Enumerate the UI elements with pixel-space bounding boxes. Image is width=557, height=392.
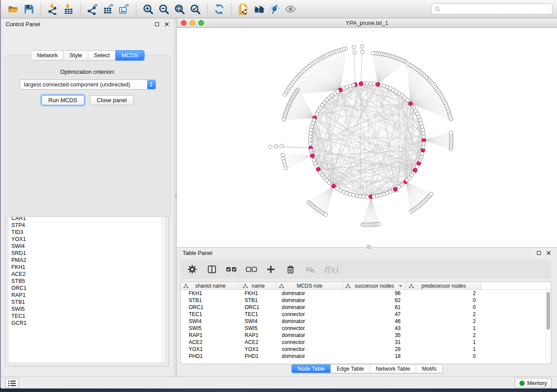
clear-all-checks-button[interactable] <box>245 263 257 275</box>
cell: 35 <box>343 332 406 338</box>
toggle-columns-button[interactable] <box>206 263 218 275</box>
memory-button[interactable]: Memory <box>515 378 552 388</box>
export-image-button[interactable] <box>116 2 132 16</box>
table-row[interactable]: RAP1RAP1dominator352 <box>181 332 551 339</box>
optimization-criterion-dropdown[interactable]: largest connected component (undirected) <box>20 79 156 89</box>
table-row[interactable]: TEC1TEC1connector472 <box>181 311 551 318</box>
tab-motifs[interactable]: Motifs <box>416 364 442 373</box>
float-panel-icon[interactable] <box>155 22 159 26</box>
zoom-fit-button[interactable] <box>172 2 187 16</box>
cell: YOX1 <box>181 346 240 352</box>
tab-node-table[interactable]: Node Table <box>292 364 331 373</box>
mcds-list-scrollbar[interactable] <box>162 206 166 363</box>
maximize-window-icon[interactable] <box>198 20 204 26</box>
table-scrollbar-thumb[interactable] <box>547 292 550 330</box>
table-settings-button[interactable] <box>186 263 198 275</box>
close-table-panel-icon[interactable]: ✕ <box>546 250 551 256</box>
table-row[interactable]: SWI4SWI4dominator462 <box>181 318 551 325</box>
table-row[interactable]: ORC1ORC1dominator610 <box>181 304 551 311</box>
tab-mcds[interactable]: MCDS <box>115 50 144 61</box>
table-panel: Table Panel ✕ f(x) shared namenameMCDS r… <box>177 247 557 376</box>
mcds-hub-node <box>413 168 417 172</box>
mcds-result-item[interactable]: STB5 <box>11 278 166 285</box>
table-row[interactable]: SWI5SWI5connector431 <box>181 325 551 332</box>
splitter-handle[interactable] <box>175 195 176 199</box>
table-row[interactable]: STB1STB1dominator620 <box>181 297 551 304</box>
column-header-shared-name[interactable]: shared name <box>181 282 240 289</box>
cell: SWI4 <box>181 318 240 324</box>
table-row[interactable]: FKH1FKH1dominator962 <box>181 290 551 297</box>
add-row-button[interactable] <box>265 263 277 275</box>
first-neighbors-button[interactable] <box>251 2 267 16</box>
mcds-result-item[interactable]: ORC1 <box>11 285 166 292</box>
cell: ACE2 <box>181 339 240 345</box>
mcds-result-item[interactable]: SWI5 <box>11 306 166 313</box>
column-header-name[interactable]: name <box>240 282 277 289</box>
export-table-button[interactable] <box>100 2 116 16</box>
network-from-selection-button[interactable] <box>235 2 251 16</box>
close-panel-icon[interactable]: ✕ <box>164 21 170 28</box>
mcds-result-item[interactable]: PMA2 <box>11 257 166 264</box>
tab-network[interactable]: Network <box>31 50 64 61</box>
control-panel-header: Control Panel ✕ <box>1 18 174 30</box>
column-header-MCDS-role[interactable]: MCDS role <box>277 282 343 289</box>
mcds-result-item[interactable]: SWI4 <box>11 243 166 250</box>
refresh-layout-button[interactable] <box>211 2 227 16</box>
cell: ACE2 <box>240 339 277 345</box>
network-canvas[interactable] <box>177 28 557 247</box>
tab-select[interactable]: Select <box>88 50 116 61</box>
graph-node <box>372 82 375 86</box>
mcds-result-item[interactable]: GCR1 <box>11 320 166 327</box>
task-history-button[interactable] <box>5 378 19 388</box>
close-window-icon[interactable] <box>181 20 187 26</box>
search-input[interactable] <box>443 6 549 12</box>
save-session-button[interactable] <box>21 2 37 16</box>
close-panel-button[interactable]: Close panel <box>90 95 134 105</box>
table-scrollbar[interactable] <box>545 290 551 364</box>
zoom-in-button[interactable] <box>140 2 156 16</box>
delete-row-button[interactable] <box>284 263 297 275</box>
import-network-button[interactable] <box>45 2 61 16</box>
show-hidden-button[interactable] <box>283 2 298 16</box>
network-view-titlebar[interactable]: YPA_prune.txt_1 <box>177 18 557 28</box>
graph-node <box>375 194 379 198</box>
cell: connector <box>277 325 343 331</box>
mcds-result-item[interactable]: SRD1 <box>11 250 166 257</box>
open-session-button[interactable] <box>5 2 21 16</box>
mcds-hub-node <box>393 187 397 191</box>
cell: ORC1 <box>181 304 240 310</box>
table-row[interactable]: ACE2ACE2connector311 <box>181 339 551 346</box>
hide-selected-button[interactable] <box>267 2 283 16</box>
horizontal-splitter-handle[interactable] <box>367 245 371 249</box>
toolbar-separator <box>80 3 81 15</box>
float-table-panel-icon[interactable] <box>537 251 541 255</box>
cell: 2 <box>406 290 481 296</box>
tab-network-table[interactable]: Network Table <box>370 364 416 373</box>
cell: dominator <box>277 304 343 310</box>
first-neighbors-icon <box>253 3 265 15</box>
table-row[interactable]: YOX1YOX1connector291 <box>181 346 551 353</box>
import-table-button[interactable] <box>61 2 76 16</box>
column-header-predecessor-nodes[interactable]: predecessor nodes <box>406 282 481 289</box>
select-all-checks-button[interactable] <box>225 263 238 275</box>
search-box[interactable] <box>431 3 553 14</box>
attribute-type-icon <box>279 284 284 289</box>
mcds-result-item[interactable]: TEC1 <box>11 313 166 320</box>
mcds-result-item[interactable]: ACE2 <box>11 271 166 278</box>
mcds-result-item[interactable]: FKH1 <box>11 264 166 271</box>
mcds-result-item[interactable]: STB1 <box>11 299 166 306</box>
run-mcds-button[interactable]: Run MCDS <box>42 95 84 105</box>
zoom-out-button[interactable] <box>156 2 172 16</box>
mcds-result-item[interactable]: YOX1 <box>11 236 166 243</box>
tab-style[interactable]: Style <box>63 50 88 61</box>
export-network-button[interactable] <box>85 2 100 16</box>
mcds-result-item[interactable]: STP4 <box>11 222 166 229</box>
column-header-successor-nodes[interactable]: successor nodes <box>343 282 406 289</box>
minimize-window-icon[interactable] <box>190 20 195 26</box>
table-row[interactable]: PHD1PHD1dominator180 <box>181 353 551 360</box>
dropdown-stepper-icon[interactable] <box>147 80 156 89</box>
mcds-result-item[interactable]: TID3 <box>11 229 166 236</box>
mcds-result-item[interactable]: RAP1 <box>11 292 166 299</box>
zoom-selected-button[interactable] <box>187 2 203 16</box>
tab-edge-table[interactable]: Edge Table <box>331 364 370 373</box>
